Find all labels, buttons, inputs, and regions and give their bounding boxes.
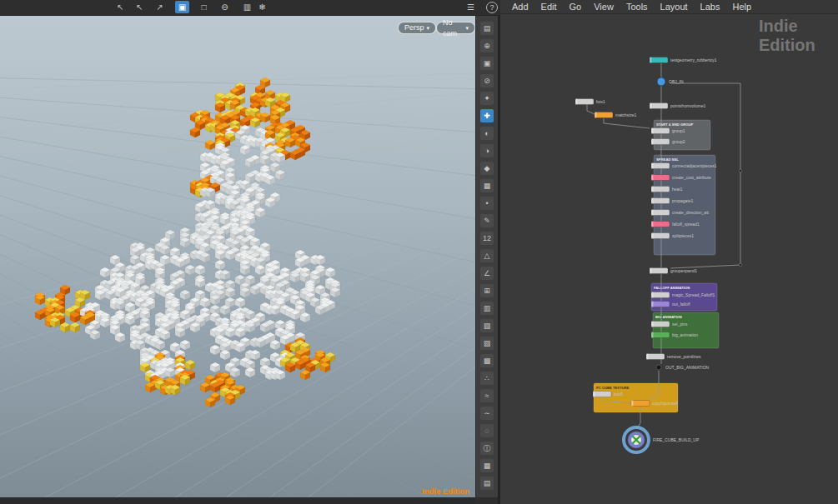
node-label: copytopoints4: [652, 401, 678, 406]
network-node[interactable]: group2: [651, 139, 685, 145]
menu-item-edit[interactable]: Edit: [541, 2, 557, 12]
node-label: OUT_BIG_ANIMATION: [665, 365, 710, 370]
network-node[interactable]: OUT_BIG_ANIMATION: [656, 365, 710, 370]
camera-select-label: No cam: [443, 17, 463, 39]
network-box-title: FALLOFF ANIMATION: [654, 286, 690, 290]
lasso-select-icon[interactable]: ↗: [153, 1, 167, 13]
menu-item-help[interactable]: Help: [732, 2, 751, 12]
menu-item-add[interactable]: Add: [512, 2, 529, 12]
display-sliders-icon[interactable]: ☰: [464, 1, 478, 13]
houdini-window: ↖↖↗▣□⊖▥❄☰? Persp ▾ No cam ▾ Indie Editio…: [0, 0, 838, 504]
angle-icon[interactable]: ∠: [480, 267, 494, 280]
grid-icon[interactable]: ▦: [480, 459, 494, 472]
secure-selection-icon[interactable]: ▣: [175, 1, 189, 13]
node-label: OBJ_IN: [669, 79, 684, 84]
volume-icon[interactable]: ≈: [480, 389, 494, 402]
network-node[interactable]: pointsfromvolume1: [650, 103, 705, 109]
mask-icon[interactable]: ◌: [480, 424, 494, 437]
node-label: magic_Spread_Falloff1: [672, 292, 715, 297]
particles-icon[interactable]: ∴: [480, 372, 494, 385]
mirror-icon[interactable]: ▥: [480, 302, 494, 315]
network-node[interactable]: groupexpand1: [650, 268, 697, 274]
network-node[interactable]: big_animation: [651, 332, 698, 338]
network-box[interactable]: START & END GROUP: [654, 120, 710, 150]
network-node[interactable]: testgeometry_rubbertoy1: [650, 57, 717, 63]
info-icon[interactable]: ⓘ: [480, 442, 494, 455]
snowflake-icon[interactable]: ❄: [255, 1, 269, 13]
network-box[interactable]: PC CUBE TEXTURE: [594, 383, 678, 412]
network-box-title: BIG ANIMATION: [655, 315, 682, 319]
menu-item-labs[interactable]: Labs: [700, 2, 720, 12]
spotlight-icon[interactable]: ✦: [480, 92, 494, 105]
hide-objects-icon[interactable]: ⊘: [480, 74, 494, 87]
exclude-selection-icon[interactable]: ⊖: [218, 1, 232, 13]
pencil-icon[interactable]: ✎: [480, 214, 494, 227]
template-icon[interactable]: ▧: [480, 319, 494, 332]
network-node[interactable]: set_pins: [651, 322, 688, 327]
menu-item-layout[interactable]: Layout: [660, 2, 688, 12]
network-editor-panel[interactable]: AddEditGoViewToolsLayoutLabsHelp Indie E…: [498, 0, 838, 504]
network-node[interactable]: matchsize1: [595, 112, 637, 118]
network-menu-bar: AddEditGoViewToolsLayoutLabsHelp: [500, 0, 838, 14]
node-label: box5: [614, 392, 623, 397]
translate-tool-icon[interactable]: ↖: [133, 1, 147, 13]
wire-junction-dot: [739, 263, 742, 267]
network-node[interactable]: remove_pointlines: [646, 354, 701, 360]
chevron-down-icon: ▾: [465, 22, 469, 33]
menu-item-view[interactable]: View: [594, 2, 614, 12]
network-node[interactable]: splitpieces1: [651, 233, 694, 239]
network-node[interactable]: FIRE_CUBE_BUILD_UP: [624, 427, 700, 452]
help-icon[interactable]: ?: [486, 2, 498, 13]
headlight-icon[interactable]: ✚: [480, 109, 494, 122]
network-node[interactable]: create_cost_attribute: [651, 175, 711, 181]
network-node[interactable]: copytopoints4: [631, 401, 678, 407]
display-options-icon[interactable]: ▤: [480, 22, 494, 35]
viewport-toolbar: ↖↖↗▣□⊖▥❄☰?: [0, 0, 500, 16]
ruler-icon[interactable]: △: [480, 249, 494, 262]
network-node[interactable]: group1: [651, 128, 685, 134]
lod-12-icon[interactable]: 12: [480, 232, 494, 245]
node-label: falloff_spread1: [672, 222, 700, 227]
onion-skin-icon[interactable]: ▩: [480, 354, 494, 367]
network-box-title: PC CUBE TEXTURE: [596, 386, 630, 390]
network-node[interactable]: create_direction_att: [651, 210, 710, 216]
flipbook-icon[interactable]: ▥: [240, 1, 254, 13]
network-canvas[interactable]: START & END GROUPSPREAD SELFALLOFF ANIMA…: [500, 13, 838, 504]
network-node[interactable]: box1: [575, 99, 605, 105]
wireframe-icon[interactable]: ▦: [480, 179, 494, 192]
node-label: box1: [596, 99, 605, 104]
node-label: heat1: [672, 187, 683, 192]
persp-view-button[interactable]: Persp ▾: [398, 22, 436, 34]
network-node[interactable]: box5: [593, 392, 623, 397]
voxel-dog-model[interactable]: [35, 85, 340, 407]
shade-mode-icon[interactable]: ◐: [480, 127, 494, 140]
camera-select-button[interactable]: No cam ▾: [436, 22, 475, 34]
network-node[interactable]: magic_Spread_Falloff1: [651, 292, 715, 298]
viewport-3d[interactable]: Persp ▾ No cam ▾ Indie Edition: [0, 15, 475, 497]
network-box[interactable]: BIG ANIMATION: [653, 312, 719, 348]
material-icon[interactable]: ◆: [480, 162, 494, 175]
snap-grid-icon[interactable]: ⊞: [480, 284, 494, 297]
wire-junction-dot: [739, 169, 742, 172]
pin-icon[interactable]: ⊕: [480, 39, 494, 52]
network-node[interactable]: propagate1: [651, 198, 694, 204]
network-node[interactable]: falloff_spread1: [651, 222, 700, 227]
network-node[interactable]: heat1: [651, 187, 683, 192]
network-box[interactable]: SPREAD SEL: [654, 155, 715, 255]
shadow-icon[interactable]: ◑: [480, 144, 494, 157]
menu-item-go[interactable]: Go: [570, 2, 582, 12]
node-label: connectadjacentpieces1: [672, 163, 717, 168]
menu-item-tools[interactable]: Tools: [626, 2, 648, 12]
node-label: big_animation: [672, 332, 698, 337]
node-label: FIRE_CUBE_BUILD_UP: [653, 437, 700, 442]
network-node[interactable]: OBJ_IN: [657, 77, 684, 86]
marquee-select-icon[interactable]: □: [197, 1, 211, 13]
display-points-icon[interactable]: •: [480, 197, 494, 210]
node-label: group1: [672, 128, 685, 133]
network-node[interactable]: connectadjacentpieces1: [651, 163, 717, 169]
lock-selection-icon[interactable]: ▣: [480, 57, 494, 70]
snapshot-icon[interactable]: ▤: [480, 477, 494, 490]
fog-icon[interactable]: ∼: [480, 407, 494, 420]
ghost-icon[interactable]: ▨: [480, 337, 494, 350]
select-tool-icon[interactable]: ↖: [113, 1, 128, 13]
